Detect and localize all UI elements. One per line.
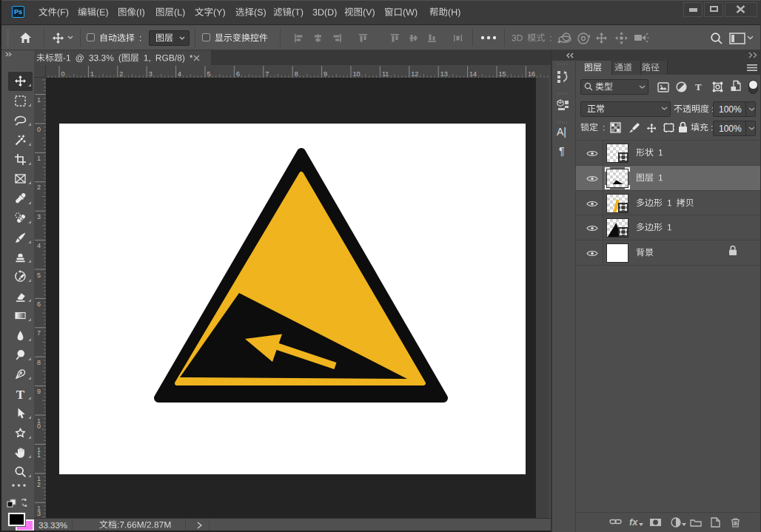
svg-text:9: 9 [37,388,41,395]
svg-text:2: 2 [37,183,41,191]
svg-text:11: 11 [382,70,389,78]
svg-text:1: 1 [37,451,41,459]
svg-text:0: 0 [37,126,41,133]
svg-text:0: 0 [37,422,41,430]
svg-text:14: 14 [469,70,477,78]
svg-text:10: 10 [353,70,361,78]
svg-text:12: 12 [411,70,418,78]
svg-text:T: T [16,388,25,400]
svg-text:8: 8 [37,359,41,366]
svg-text:4: 4 [37,242,41,249]
svg-text:3: 3 [37,510,41,517]
svg-text:1: 1 [37,96,41,104]
svg-text:2: 2 [37,481,41,488]
svg-text:5: 5 [37,272,41,279]
svg-text:3: 3 [37,213,41,220]
svg-text:6: 6 [37,300,41,308]
svg-text:13: 13 [440,70,448,78]
svg-text:15: 15 [499,70,506,78]
svg-text:16: 16 [528,70,535,78]
svg-text:1: 1 [37,155,41,162]
svg-text:7: 7 [37,329,41,337]
